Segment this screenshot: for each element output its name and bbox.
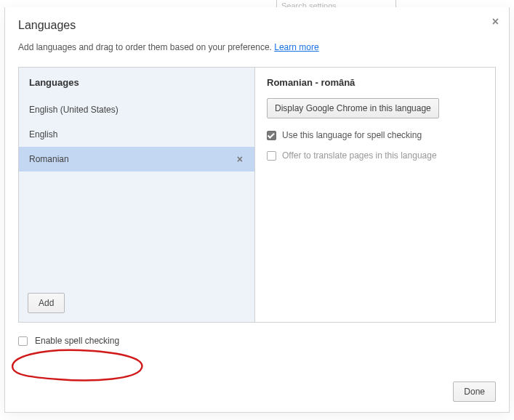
language-details-panel: Romanian - română Display Google Chrome …	[255, 68, 495, 322]
enable-spellcheck-checkbox[interactable]	[18, 336, 28, 346]
learn-more-link[interactable]: Learn more	[274, 42, 318, 52]
panels-container: Languages English (United States) Englis…	[18, 67, 496, 323]
languages-list-header: Languages	[19, 68, 254, 97]
spellcheck-option-row[interactable]: Use this language for spell checking	[267, 130, 483, 140]
language-details-header: Romanian - română	[267, 77, 483, 88]
translate-option-label: Offer to translate pages in this languag…	[282, 150, 437, 161]
translate-option-row[interactable]: Offer to translate pages in this languag…	[267, 150, 483, 161]
language-item-label: English	[29, 129, 57, 140]
language-item-en[interactable]: English	[19, 122, 254, 147]
done-button[interactable]: Done	[453, 381, 496, 402]
close-icon[interactable]: ×	[492, 16, 499, 28]
dialog-title: Languages	[18, 19, 496, 32]
spellcheck-option-label: Use this language for spell checking	[282, 130, 422, 140]
add-language-button[interactable]: Add	[28, 293, 65, 313]
language-item-ro[interactable]: Romanian ×	[19, 147, 254, 171]
spellcheck-checkbox[interactable]	[267, 131, 276, 140]
dialog-footer: Done	[453, 381, 496, 402]
languages-list-panel: Languages English (United States) Englis…	[19, 68, 255, 322]
enable-spellcheck-label: Enable spell checking	[35, 336, 119, 346]
language-item-label: English (United States)	[29, 105, 119, 115]
language-item-en-us[interactable]: English (United States)	[19, 97, 254, 122]
language-item-label: Romanian	[29, 154, 69, 164]
enable-spellcheck-row[interactable]: Enable spell checking	[18, 336, 509, 346]
dialog-subtitle: Add languages and drag to order them bas…	[18, 42, 496, 52]
subtitle-text: Add languages and drag to order them bas…	[18, 42, 274, 52]
translate-checkbox[interactable]	[267, 151, 276, 161]
remove-language-icon[interactable]: ×	[236, 154, 244, 164]
display-chrome-language-button[interactable]: Display Google Chrome in this language	[267, 98, 439, 118]
dialog-header: × Languages Add languages and drag to or…	[5, 7, 509, 60]
languages-dialog: × Languages Add languages and drag to or…	[4, 7, 510, 413]
